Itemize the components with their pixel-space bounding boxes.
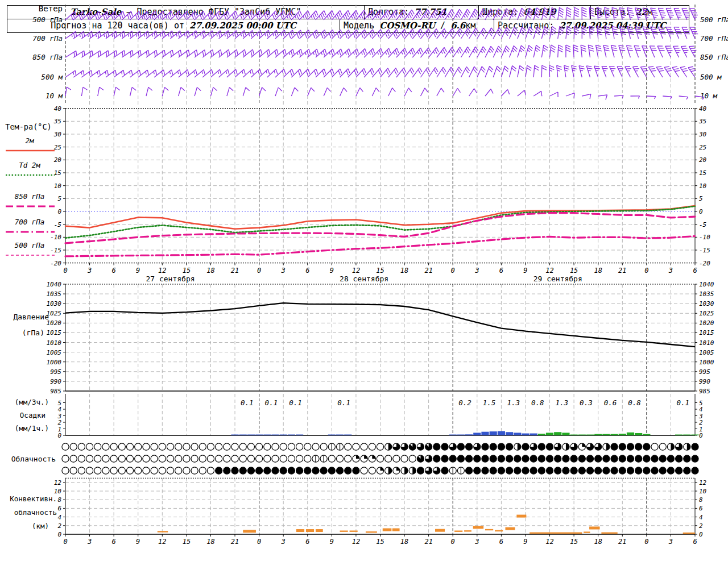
svg-text:0: 0 <box>644 538 648 546</box>
svg-text:10: 10 <box>699 182 707 190</box>
svg-text:Тем-ра(°C): Тем-ра(°C) <box>5 122 51 131</box>
svg-text:15: 15 <box>54 169 61 177</box>
svg-text:5: 5 <box>699 195 703 202</box>
precipitation-panel: 001122334455(мм/3ч.)Осадки(мм/1ч.)0.10.1… <box>15 394 703 439</box>
svg-text:Давление: Давление <box>13 313 49 321</box>
svg-text:15: 15 <box>570 538 578 546</box>
svg-text:3: 3 <box>87 538 92 546</box>
temperature-panel: 40403535303025252020151510105500-5-5-10-… <box>50 105 710 283</box>
svg-text:12: 12 <box>545 538 553 546</box>
svg-text:1: 1 <box>57 426 61 433</box>
svg-text:0: 0 <box>63 538 67 546</box>
svg-text:21: 21 <box>618 538 626 546</box>
svg-text:15: 15 <box>183 267 191 275</box>
svg-text:облачность: облачность <box>14 508 57 517</box>
svg-text:-15: -15 <box>50 247 61 254</box>
svg-text:12: 12 <box>54 479 62 487</box>
svg-text:21: 21 <box>231 267 239 275</box>
svg-text:20: 20 <box>54 156 62 164</box>
svg-text:3: 3 <box>698 413 703 420</box>
svg-text:1010: 1010 <box>47 339 62 347</box>
svg-text:21: 21 <box>424 267 432 275</box>
svg-text:5: 5 <box>57 400 61 407</box>
svg-text:3: 3 <box>668 267 673 275</box>
svg-text:0.1: 0.1 <box>265 398 278 407</box>
svg-text:18: 18 <box>206 538 214 546</box>
svg-text:Td 2м: Td 2м <box>19 161 40 169</box>
svg-text:4: 4 <box>699 406 703 413</box>
svg-text:500 м: 500 м <box>700 73 722 81</box>
svg-text:3: 3 <box>57 413 61 420</box>
svg-text:1005: 1005 <box>47 349 62 356</box>
svg-text:15: 15 <box>570 267 578 275</box>
svg-text:0: 0 <box>644 267 648 275</box>
meteogram-chart: Ветер500 гПа500 гПа700 гПа700 гПа850 гПа… <box>0 0 728 548</box>
svg-text:1015: 1015 <box>699 329 714 336</box>
svg-text:2: 2 <box>699 419 703 426</box>
svg-text:2: 2 <box>57 522 61 530</box>
svg-text:0: 0 <box>451 538 455 546</box>
svg-text:35: 35 <box>698 118 706 125</box>
svg-text:0: 0 <box>63 267 67 275</box>
svg-text:3: 3 <box>668 538 673 546</box>
svg-text:1020: 1020 <box>699 319 714 327</box>
svg-text:9: 9 <box>330 267 334 275</box>
svg-text:5: 5 <box>57 195 61 202</box>
svg-text:6: 6 <box>693 538 697 546</box>
svg-text:(км): (км) <box>32 522 49 530</box>
svg-text:0: 0 <box>699 531 703 538</box>
svg-text:0: 0 <box>699 432 703 439</box>
svg-text:12: 12 <box>158 538 166 546</box>
svg-text:12: 12 <box>699 479 707 487</box>
svg-text:6: 6 <box>499 267 503 275</box>
svg-text:3: 3 <box>87 267 92 275</box>
svg-text:2: 2 <box>57 419 61 426</box>
svg-text:995: 995 <box>50 368 61 376</box>
svg-text:-10: -10 <box>50 234 61 241</box>
svg-text:1015: 1015 <box>47 329 62 336</box>
svg-text:-20: -20 <box>699 260 710 267</box>
svg-text:1040: 1040 <box>699 281 714 288</box>
svg-text:21: 21 <box>231 538 239 546</box>
svg-text:1030: 1030 <box>699 300 714 307</box>
svg-text:Конвективн.: Конвективн. <box>10 494 57 503</box>
svg-text:25: 25 <box>54 144 61 151</box>
svg-text:-10: -10 <box>699 234 710 241</box>
svg-text:500 гПа: 500 гПа <box>700 15 728 24</box>
svg-text:6: 6 <box>499 538 503 546</box>
svg-text:6: 6 <box>112 267 116 275</box>
svg-text:21: 21 <box>424 538 432 546</box>
svg-text:3: 3 <box>281 538 286 546</box>
svg-text:10: 10 <box>699 488 707 495</box>
svg-text:1010: 1010 <box>699 339 714 347</box>
svg-text:1.5: 1.5 <box>483 398 496 407</box>
svg-text:990: 990 <box>50 378 61 385</box>
svg-text:1.3: 1.3 <box>507 398 520 407</box>
svg-text:850 гПа: 850 гПа <box>32 53 63 61</box>
svg-text:0: 0 <box>451 267 455 275</box>
svg-text:21: 21 <box>618 267 626 275</box>
svg-text:985: 985 <box>699 388 710 395</box>
svg-text:9: 9 <box>136 538 140 546</box>
svg-text:12: 12 <box>352 267 360 275</box>
svg-text:0.6: 0.6 <box>604 398 617 407</box>
svg-text:4: 4 <box>57 406 61 413</box>
svg-text:6: 6 <box>693 267 697 275</box>
svg-text:0: 0 <box>257 267 261 275</box>
svg-text:9: 9 <box>136 267 140 275</box>
svg-text:700 гПа: 700 гПа <box>700 34 728 43</box>
svg-text:500 гПа: 500 гПа <box>32 15 63 24</box>
svg-text:0.3: 0.3 <box>580 398 593 407</box>
svg-text:1035: 1035 <box>699 290 714 298</box>
svg-text:3: 3 <box>474 267 479 275</box>
svg-text:10 м: 10 м <box>46 92 63 100</box>
svg-text:1000: 1000 <box>47 359 62 366</box>
svg-text:985: 985 <box>50 388 61 395</box>
svg-text:15: 15 <box>376 267 384 275</box>
svg-text:(гПа): (гПа) <box>22 329 44 337</box>
svg-text:35: 35 <box>53 118 61 125</box>
svg-text:1040: 1040 <box>47 281 62 288</box>
svg-text:(мм/3ч.): (мм/3ч.) <box>15 398 49 406</box>
svg-text:40: 40 <box>699 105 707 113</box>
svg-text:4: 4 <box>57 514 61 521</box>
